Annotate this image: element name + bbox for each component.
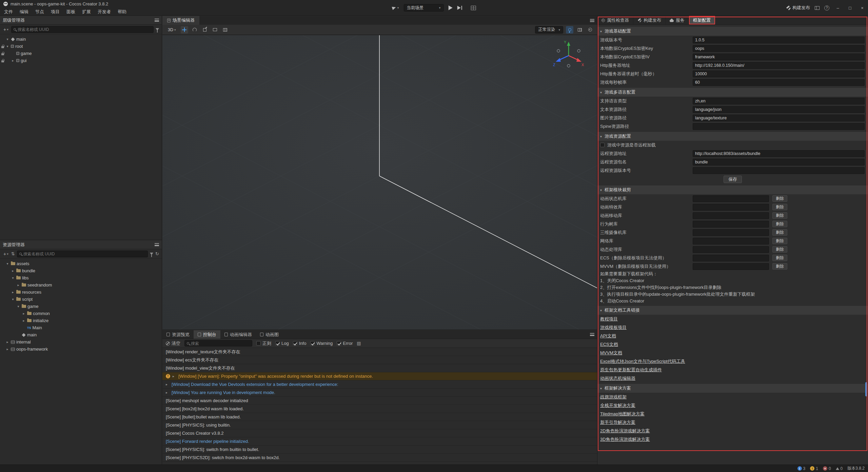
assets-search-input[interactable]	[23, 252, 145, 256]
section-header[interactable]: ▾游戏多语言配置	[597, 88, 868, 97]
module-field[interactable]	[693, 263, 769, 270]
axis-gizmo[interactable]: Y X Z	[552, 39, 586, 73]
regex-toggle[interactable]: 正则	[256, 340, 271, 347]
inspector-tab-service[interactable]: 服务	[666, 16, 689, 24]
property-input[interactable]	[693, 45, 865, 52]
asset-tree-item[interactable]: ▸common	[0, 310, 162, 317]
lighting-toggle-button[interactable]	[566, 26, 573, 34]
asset-tree-item[interactable]: ▸seedrandom	[0, 281, 162, 289]
expand-arrow-icon[interactable]: ▸	[11, 269, 15, 273]
delete-button[interactable]: 删除	[772, 195, 787, 202]
doc-link[interactable]: 教程项目	[600, 316, 618, 322]
asset-tree-item[interactable]: ▾libs	[0, 274, 162, 281]
step-button[interactable]	[457, 6, 460, 10]
expand-arrow-icon[interactable]: ▸	[16, 283, 20, 287]
section-header[interactable]: ▾框架文档工具链接	[597, 306, 868, 315]
panel-menu-icon[interactable]	[155, 243, 159, 246]
doc-link[interactable]: API文档	[600, 333, 616, 339]
checkbox-icon[interactable]	[337, 341, 341, 346]
refresh-icon[interactable]: ↻	[155, 252, 159, 256]
expand-arrow-icon[interactable]: ▾	[5, 44, 9, 48]
asset-tree-item[interactable]: ▸initialize	[0, 317, 162, 324]
doc-link[interactable]: 全栈开发解决方案	[600, 402, 635, 409]
section-header[interactable]: ▾框架解决方案	[597, 384, 868, 393]
panel-menu-icon[interactable]	[590, 19, 594, 22]
property-input[interactable]	[693, 159, 865, 165]
collapse-arrow-icon[interactable]: ▾	[600, 387, 602, 390]
rotate-tool-button[interactable]	[191, 26, 198, 34]
maximize-button[interactable]: □	[846, 5, 854, 11]
inspector-tab-build[interactable]: 构建发布	[633, 16, 666, 24]
section-header[interactable]: ▾游戏资源配置	[597, 132, 868, 141]
console-tab-console[interactable]: 控制台	[194, 330, 220, 339]
expand-arrow-icon[interactable]: ▸	[11, 59, 15, 62]
expand-arrow-icon[interactable]: ▾	[16, 304, 20, 308]
module-field[interactable]	[693, 204, 769, 211]
collapse-logs-icon[interactable]: ▤	[357, 341, 361, 346]
menu-item[interactable]: 帮助	[114, 8, 130, 16]
scrollbar-thumb[interactable]	[865, 382, 867, 396]
delete-button[interactable]: 删除	[772, 221, 787, 227]
doc-link[interactable]: 动画状态机编辑器	[600, 375, 635, 381]
console-log-row[interactable]: [Scene] meshopt wasm decoder initialized	[162, 397, 597, 405]
hierarchy-search-input[interactable]	[18, 27, 151, 32]
create-node-button[interactable]: +▾	[3, 27, 9, 32]
remote-load-checkbox-row[interactable]: 游戏中资源是否远程加载	[597, 141, 868, 149]
console-log-row[interactable]: [Scene] [PHYSICS]: using builtin.	[162, 421, 597, 429]
doc-link[interactable]: 战旗游戏框架	[600, 394, 627, 400]
asset-tree-item[interactable]: ▸resources	[0, 289, 162, 296]
warning-count-badge[interactable]: ! 1	[810, 466, 818, 471]
property-input[interactable]	[693, 106, 865, 113]
inspector-tab-framework[interactable]: 框架配置	[689, 16, 715, 24]
expand-arrow-icon[interactable]: ▸	[166, 382, 169, 386]
collapse-arrow-icon[interactable]: ▾	[600, 309, 602, 312]
module-field[interactable]	[693, 221, 769, 228]
clear-console-button[interactable]: 清空	[166, 340, 180, 347]
doc-link[interactable]: 原生包热更新配置自动生成插件	[600, 367, 662, 373]
scene-settings-button[interactable]	[586, 26, 594, 34]
console-filter-info[interactable]: Info	[293, 341, 307, 346]
expand-arrow-icon[interactable]: ▸	[5, 340, 9, 344]
doc-link[interactable]: MVVM文档	[600, 350, 622, 356]
play-button[interactable]	[448, 5, 452, 10]
checkbox-icon[interactable]	[310, 341, 315, 346]
expand-arrow-icon[interactable]: ▸	[5, 347, 9, 351]
console-filter-error[interactable]: Error	[337, 341, 353, 346]
menu-item[interactable]: 编辑	[16, 8, 32, 16]
expand-arrow-icon[interactable]: ▸	[22, 319, 26, 322]
property-input[interactable]	[693, 37, 865, 43]
collapse-arrow-icon[interactable]: ▾	[600, 29, 602, 33]
build-publish-button[interactable]: 构建发布	[786, 5, 810, 11]
hierarchy-tree-item[interactable]: game	[0, 50, 162, 57]
doc-link[interactable]: Excel格式转Json文件与TypeScript代码工具	[600, 358, 685, 365]
property-input[interactable]	[693, 115, 865, 121]
checkbox-icon[interactable]	[293, 341, 297, 346]
collapse-arrow-icon[interactable]: ▾	[600, 91, 602, 94]
console-log-row[interactable]: ▸[Window] Download the Vue Devtools exte…	[162, 380, 597, 389]
asset-tree-item[interactable]: ▸oops-framework	[0, 346, 162, 353]
delete-button[interactable]: 删除	[772, 238, 787, 244]
asset-tree-item[interactable]: TSMain	[0, 324, 162, 331]
module-field[interactable]	[693, 255, 769, 261]
hierarchy-tree-item[interactable]: ▾root	[0, 43, 162, 50]
scene-selector[interactable]: 当前场景 ▾	[403, 4, 443, 12]
doc-link[interactable]: ECS文档	[600, 341, 618, 348]
console-log-row[interactable]: [Scene] [box2d]:box2d wasm lib loaded.	[162, 405, 597, 413]
scale-tool-button[interactable]	[201, 26, 209, 34]
console-log-row[interactable]: [Scene] Cocos Creator v3.8.2	[162, 429, 597, 437]
save-button[interactable]: 保存	[724, 176, 742, 183]
console-log-row[interactable]: [Window] render_texture文件夹不存在	[162, 348, 597, 356]
panel-menu-icon[interactable]	[590, 333, 594, 336]
close-button[interactable]: ×	[859, 5, 866, 11]
checkbox-icon[interactable]	[600, 143, 605, 147]
editor-layout-icon[interactable]	[471, 6, 476, 10]
checkbox-icon[interactable]	[256, 341, 261, 346]
property-input[interactable]	[693, 98, 865, 104]
console-log-row[interactable]: !▸[Window] [Vue warn]: Property "onInput…	[162, 372, 597, 380]
console-filter-log[interactable]: Log	[275, 341, 289, 346]
error-count-badge[interactable]: × 0	[823, 466, 831, 471]
property-input[interactable]	[693, 79, 865, 86]
menu-item[interactable]: 文件	[1, 8, 16, 16]
property-input[interactable]	[693, 71, 865, 77]
property-input[interactable]	[693, 62, 865, 69]
